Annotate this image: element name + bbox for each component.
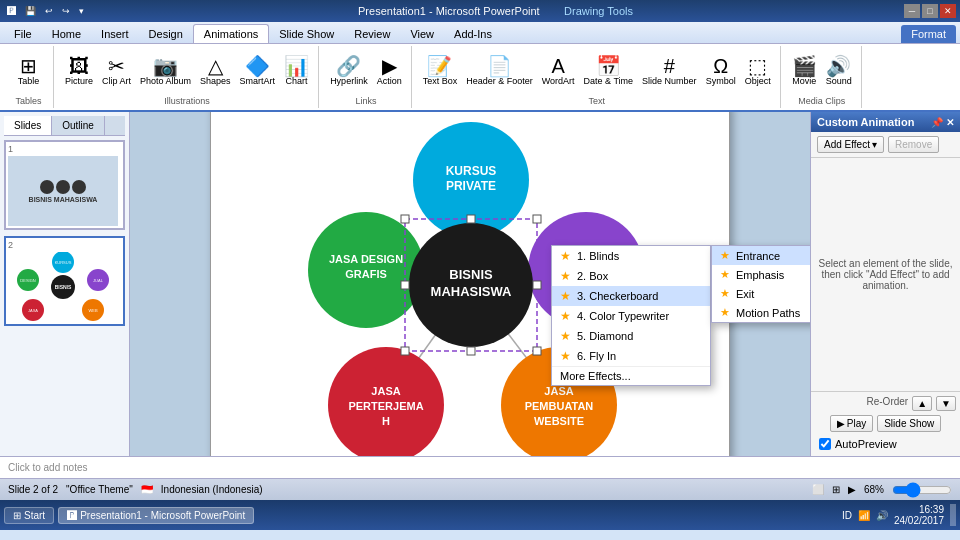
submenu-item-motion-paths[interactable]: ★ Motion Paths ▶ bbox=[712, 303, 810, 322]
anim-panel-close[interactable]: ✕ bbox=[946, 117, 954, 128]
submenu-item-exit[interactable]: ★ Exit ▶ bbox=[712, 284, 810, 303]
app-icon: 🅿 bbox=[4, 5, 19, 17]
maximize-btn[interactable]: □ bbox=[922, 4, 938, 18]
tab-home[interactable]: Home bbox=[42, 25, 91, 43]
view-slide-sorter-icon[interactable]: ⊞ bbox=[832, 484, 840, 495]
dropdown-menu[interactable]: ★ 1. Blinds ★ 2. Box ★ 3. Checkerboard ★… bbox=[551, 245, 711, 386]
tab-slideshow[interactable]: Slide Show bbox=[269, 25, 344, 43]
window-controls: ─ □ ✕ bbox=[904, 4, 956, 18]
view-normal-icon[interactable]: ⬜ bbox=[812, 484, 824, 495]
object-icon: ⬚ bbox=[748, 56, 767, 76]
start-button[interactable]: ⊞ Start bbox=[4, 507, 54, 524]
autopreview-label: AutoPreview bbox=[835, 438, 897, 450]
network-icon: 📶 bbox=[858, 510, 870, 521]
remove-label: Remove bbox=[895, 139, 932, 150]
autopreview-checkbox[interactable] bbox=[819, 438, 831, 450]
play-button[interactable]: ▶ Play bbox=[830, 415, 873, 432]
svg-text:JASA DESIGN: JASA DESIGN bbox=[329, 253, 403, 265]
undo-btn[interactable]: ↩ bbox=[42, 5, 56, 17]
sound-button[interactable]: 🔊 Sound bbox=[823, 54, 855, 88]
slides-tab[interactable]: Slides bbox=[4, 116, 52, 135]
media-label: Media Clips bbox=[798, 96, 845, 106]
clock-area: 16:39 24/02/2017 bbox=[894, 504, 944, 526]
header-footer-icon: 📄 bbox=[487, 56, 512, 76]
picture-button[interactable]: 🖼 Picture bbox=[62, 54, 96, 88]
slide-thumb-1[interactable]: 1 BISNIS MAHASISWA bbox=[4, 140, 125, 230]
submenu-item-emphasis[interactable]: ★ Emphasis ▶ bbox=[712, 265, 810, 284]
tab-insert[interactable]: Insert bbox=[91, 25, 139, 43]
menu-item-blinds[interactable]: ★ 1. Blinds bbox=[552, 246, 710, 266]
menu-item-checkerboard[interactable]: ★ 3. Checkerboard bbox=[552, 286, 710, 306]
view-slideshow-icon[interactable]: ▶ bbox=[848, 484, 856, 495]
menu-item-fly-in[interactable]: ★ 6. Fly In bbox=[552, 346, 710, 366]
star-icon: ★ bbox=[560, 329, 571, 343]
anim-panel-title: Custom Animation bbox=[817, 116, 914, 128]
action-button[interactable]: ▶ Action bbox=[374, 54, 405, 88]
svg-text:JUAL: JUAL bbox=[93, 278, 104, 283]
save-btn[interactable]: 💾 bbox=[22, 5, 39, 17]
date-time-button[interactable]: 📅 Date & Time bbox=[581, 54, 637, 88]
object-button[interactable]: ⬚ Object bbox=[742, 54, 774, 88]
svg-text:GRAFIS: GRAFIS bbox=[345, 268, 387, 280]
ppt-label: Presentation1 - Microsoft PowerPoint bbox=[80, 510, 245, 521]
remove-button[interactable]: Remove bbox=[888, 136, 939, 153]
slide-show-button[interactable]: Slide Show bbox=[877, 415, 941, 432]
minimize-btn[interactable]: ─ bbox=[904, 4, 920, 18]
powerpoint-taskbar-btn[interactable]: 🅿 Presentation1 - Microsoft PowerPoint bbox=[58, 507, 254, 524]
notes-area[interactable]: Click to add notes bbox=[0, 456, 960, 478]
svg-text:DESIGN: DESIGN bbox=[20, 278, 35, 283]
slide-number-button[interactable]: # Slide Number bbox=[639, 54, 700, 88]
tab-format[interactable]: Format bbox=[901, 25, 956, 43]
zoom-slider[interactable] bbox=[892, 484, 952, 496]
svg-text:KURSUS: KURSUS bbox=[446, 164, 497, 178]
menu-item-box[interactable]: ★ 2. Box bbox=[552, 266, 710, 286]
shapes-button[interactable]: △ Shapes bbox=[197, 54, 234, 88]
chart-button[interactable]: 📊 Chart bbox=[281, 54, 312, 88]
close-btn[interactable]: ✕ bbox=[940, 4, 956, 18]
add-effect-button[interactable]: Add Effect ▾ bbox=[817, 136, 884, 153]
anim-panel-toolbar: Add Effect ▾ Remove bbox=[811, 132, 960, 158]
star-icon: ★ bbox=[720, 268, 730, 281]
svg-rect-39 bbox=[401, 215, 409, 223]
anim-hint-text: Select an element of the slide, then cli… bbox=[811, 158, 960, 391]
anim-panel-pin[interactable]: 📌 bbox=[931, 117, 943, 128]
show-desktop-btn[interactable] bbox=[950, 504, 956, 526]
reorder-up-button[interactable]: ▲ bbox=[912, 396, 932, 411]
clipart-button[interactable]: ✂ Clip Art bbox=[99, 54, 134, 88]
movie-button[interactable]: 🎬 Movie bbox=[789, 54, 820, 88]
header-footer-button[interactable]: 📄 Header & Footer bbox=[463, 54, 536, 88]
submenu[interactable]: ★ Entrance ▶ ★ Emphasis ▶ ★ Exit ▶ ★ Mot… bbox=[711, 245, 810, 323]
slide-thumb-2[interactable]: 2 BISNIS KURSUS DESIGN JUAL JASA WEB bbox=[4, 236, 125, 326]
photo-album-button[interactable]: 📷 Photo Album bbox=[137, 54, 194, 88]
title-bar: 🅿 💾 ↩ ↪ ▾ Presentation1 - Microsoft Powe… bbox=[0, 0, 960, 22]
tab-file[interactable]: File bbox=[4, 25, 42, 43]
windows-icon: ⊞ bbox=[13, 510, 21, 521]
outline-tab[interactable]: Outline bbox=[52, 116, 105, 135]
reorder-down-button[interactable]: ▼ bbox=[936, 396, 956, 411]
tab-addins[interactable]: Add-Ins bbox=[444, 25, 502, 43]
textbox-button[interactable]: 📝 Text Box bbox=[420, 54, 461, 88]
tab-design[interactable]: Design bbox=[139, 25, 193, 43]
svg-text:WEBSITE: WEBSITE bbox=[534, 415, 584, 427]
smartart-button[interactable]: 🔷 SmartArt bbox=[237, 54, 279, 88]
tab-view[interactable]: View bbox=[400, 25, 444, 43]
customize-btn[interactable]: ▾ bbox=[76, 5, 87, 17]
menu-item-more-effects[interactable]: More Effects... bbox=[552, 367, 710, 385]
redo-btn[interactable]: ↪ bbox=[59, 5, 73, 17]
submenu-item-entrance[interactable]: ★ Entrance ▶ bbox=[712, 246, 810, 265]
menu-item-diamond[interactable]: ★ 5. Diamond bbox=[552, 326, 710, 346]
table-button[interactable]: ⊞ Table bbox=[14, 54, 44, 88]
taskbar: ⊞ Start 🅿 Presentation1 - Microsoft Powe… bbox=[0, 500, 960, 530]
tab-animations[interactable]: Animations bbox=[193, 24, 269, 43]
table-icon: ⊞ bbox=[20, 56, 37, 76]
symbol-button[interactable]: Ω Symbol bbox=[703, 54, 739, 88]
slide-panel: Slides Outline 1 BISNIS MAHASISWA 2 bbox=[0, 112, 130, 456]
svg-rect-42 bbox=[401, 281, 409, 289]
hyperlink-button[interactable]: 🔗 Hyperlink bbox=[327, 54, 371, 88]
wordart-button[interactable]: A WordArt bbox=[539, 54, 578, 88]
language-label: Indonesian (Indonesia) bbox=[161, 484, 263, 495]
menu-item-color-typewriter[interactable]: ★ 4. Color Typewriter bbox=[552, 306, 710, 326]
tab-review[interactable]: Review bbox=[344, 25, 400, 43]
wordart-icon: A bbox=[551, 56, 564, 76]
menu-section-effects: ★ 1. Blinds ★ 2. Box ★ 3. Checkerboard ★… bbox=[552, 246, 710, 367]
